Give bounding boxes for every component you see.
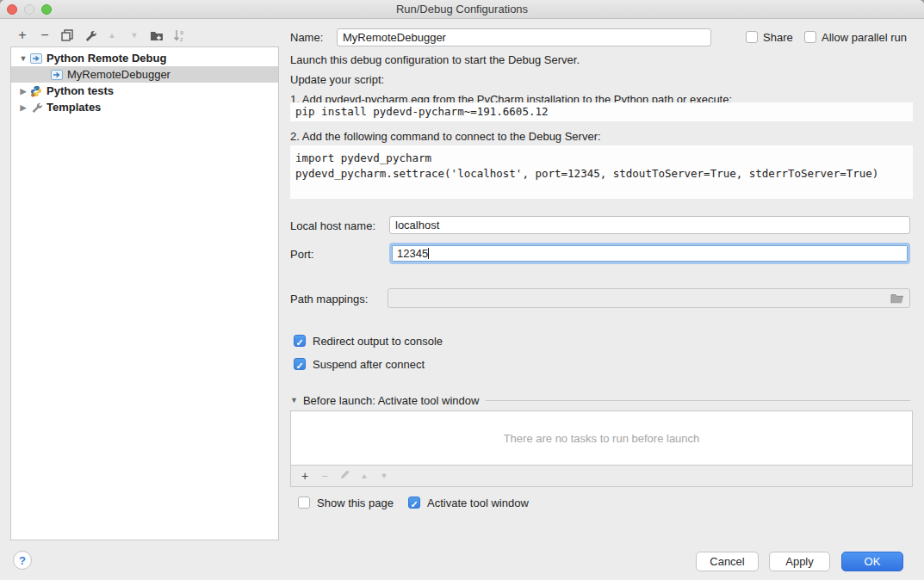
tree-item-python-tests[interactable]: ▶ Python tests (11, 83, 278, 99)
suspend-after-connect-checkbox[interactable]: ✓ (294, 358, 306, 370)
path-mappings-input[interactable] (388, 288, 910, 308)
empty-tasks-text: There are no tasks to run before launch (504, 432, 700, 445)
configurations-toolbar: + − ▲ ▼ az (16, 28, 186, 43)
text-caret (428, 248, 429, 259)
move-task-down-icon[interactable]: ▼ (378, 472, 390, 480)
tree-item-label: Python Remote Debug (47, 52, 166, 65)
move-down-icon[interactable]: ▼ (127, 28, 141, 43)
name-label: Name: (290, 31, 323, 45)
add-configuration-icon[interactable]: + (16, 28, 29, 43)
configurations-tree: ▼ Python Remote Debug MyRemoteDebugger ▶… (10, 46, 279, 540)
close-window-icon[interactable] (7, 4, 17, 15)
share-label[interactable]: Share (763, 31, 793, 45)
question-mark-icon: ? (19, 554, 26, 567)
tree-item-label: Python tests (47, 84, 114, 97)
remote-debug-icon (30, 52, 43, 65)
name-input[interactable] (337, 28, 711, 46)
allow-parallel-run-label[interactable]: Allow parallel run (822, 31, 907, 45)
pip-install-code: pip install pydevd-pycharm~=191.6605.12 (290, 102, 913, 121)
tree-item-python-remote-debug[interactable]: ▼ Python Remote Debug (11, 50, 278, 66)
step-2-text: 2. Add the following command to connect … (290, 130, 601, 144)
show-this-page-checkbox[interactable] (298, 497, 310, 509)
path-mappings-label: Path mappings: (290, 293, 368, 306)
tree-item-myremotedebugger[interactable]: MyRemoteDebugger (11, 66, 278, 83)
run-debug-configurations-dialog: Run/Debug Configurations + − ▲ ▼ az ▼ Py… (0, 0, 924, 580)
tree-item-templates[interactable]: ▶ Templates (11, 99, 278, 115)
move-up-icon[interactable]: ▲ (105, 28, 119, 43)
browse-folder-icon[interactable] (890, 293, 904, 305)
before-launch-header: ▼ Before launch: Activate tool window (290, 393, 910, 407)
window-title: Run/Debug Configurations (396, 3, 528, 15)
minimize-window-icon[interactable] (24, 4, 34, 15)
remove-configuration-icon[interactable]: − (38, 28, 52, 43)
intro-line-2: Update your script: (290, 73, 384, 87)
svg-text:z: z (180, 36, 183, 42)
zoom-window-icon[interactable] (41, 4, 52, 15)
tree-item-label: Templates (47, 101, 101, 114)
copy-configuration-icon[interactable] (60, 28, 74, 43)
svg-text:a: a (180, 29, 183, 35)
redirect-output-checkbox[interactable]: ✓ (294, 335, 306, 347)
redirect-output-label[interactable]: Redirect output to console (313, 335, 443, 349)
tree-item-label: MyRemoteDebugger (67, 68, 171, 81)
edit-task-icon[interactable] (338, 469, 350, 483)
help-button[interactable]: ? (13, 551, 32, 570)
settrace-code: import pydevd_pycharm pydevd_pycharm.set… (290, 145, 913, 199)
remove-task-icon[interactable]: − (319, 469, 331, 483)
local-host-name-input[interactable] (389, 216, 910, 234)
python-tests-icon (30, 85, 43, 97)
titlebar: Run/Debug Configurations (0, 0, 924, 19)
cancel-button[interactable]: Cancel (696, 552, 759, 571)
local-host-name-label: Local host name: (290, 219, 375, 233)
expand-arrow-icon[interactable]: ▶ (18, 87, 28, 96)
remote-debug-icon (51, 69, 64, 81)
collapse-section-icon[interactable]: ▼ (290, 396, 298, 404)
suspend-after-connect-label[interactable]: Suspend after connect (313, 358, 425, 372)
allow-parallel-run-checkbox[interactable] (804, 31, 816, 43)
add-task-icon[interactable]: + (299, 469, 311, 483)
show-this-page-label[interactable]: Show this page (317, 497, 394, 510)
wrench-icon (30, 102, 43, 114)
port-label: Port: (290, 248, 313, 262)
activate-tool-window-checkbox[interactable]: ✓ (408, 497, 420, 509)
expand-arrow-icon[interactable]: ▶ (18, 103, 28, 112)
before-launch-task-list: There are no tasks to run before launch (290, 410, 913, 466)
section-divider (486, 400, 910, 401)
collapse-arrow-icon[interactable]: ▼ (18, 54, 28, 63)
settrace-code-line-2: pydevd_pycharm.settrace('localhost', por… (295, 166, 913, 182)
sort-configurations-icon[interactable]: az (172, 28, 186, 43)
activate-tool-window-label[interactable]: Activate tool window (427, 497, 529, 510)
intro-line-1: Launch this debug configuration to start… (290, 53, 580, 67)
new-folder-icon[interactable] (150, 28, 164, 43)
apply-button[interactable]: Apply (769, 552, 830, 571)
port-input[interactable]: 12345 (389, 243, 910, 264)
port-value: 12345 (397, 247, 428, 260)
settrace-code-line-1: import pydevd_pycharm (295, 151, 913, 166)
before-launch-title: Before launch: Activate tool window (303, 394, 480, 407)
before-launch-toolbar: + − ▲ ▼ (290, 466, 913, 487)
share-checkbox[interactable] (746, 31, 758, 43)
move-task-up-icon[interactable]: ▲ (358, 472, 370, 480)
ok-button[interactable]: OK (841, 552, 903, 571)
edit-templates-icon[interactable] (83, 28, 96, 43)
